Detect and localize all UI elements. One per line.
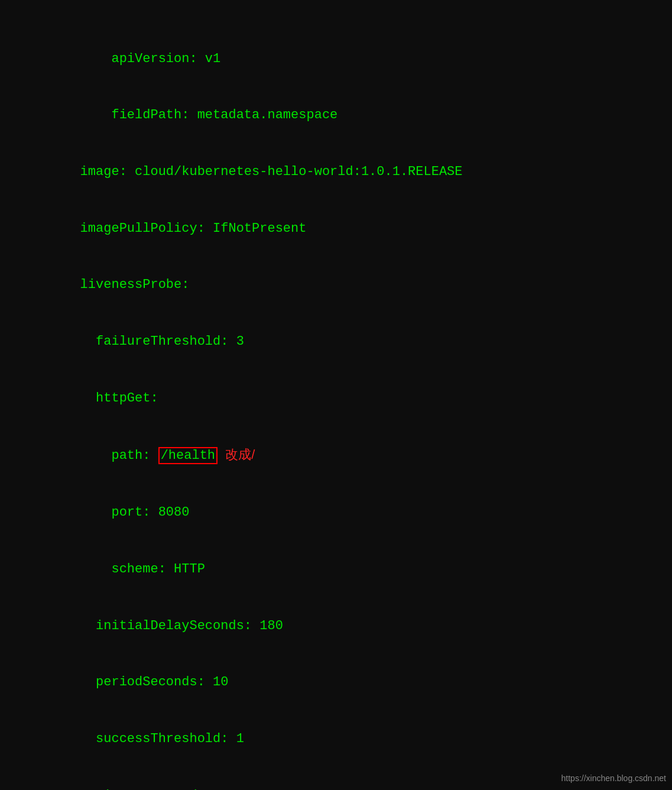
code-content: apiVersion: v1 fieldPath: metadata.names…	[18, 12, 654, 790]
line-2: fieldPath: metadata.namespace	[18, 106, 654, 125]
line-10: scheme: HTTP	[18, 560, 654, 579]
line-13: successThreshold: 1	[18, 730, 654, 749]
line-6: failureThreshold: 3	[18, 332, 654, 351]
line-9: port: 8080	[18, 503, 654, 522]
footer-url: https://xinchen.blog.csdn.net	[561, 772, 666, 784]
line-7: httpGet:	[18, 389, 654, 408]
line-12: periodSeconds: 10	[18, 673, 654, 692]
line-8: path: /health 改成/	[18, 445, 654, 465]
line-3: image: cloud/kubernetes-hello-world:1.0.…	[18, 163, 654, 182]
line-5: livenessProbe:	[18, 276, 654, 294]
health-path-highlight-1: /health	[158, 447, 217, 464]
annotation-1: 改成/	[225, 447, 255, 462]
line-14: timeoutSeconds: 1	[18, 786, 654, 790]
line-11: initialDelaySeconds: 180	[18, 617, 654, 636]
line-4: imagePullPolicy: IfNotPresent	[18, 219, 654, 238]
line-1: apiVersion: v1	[18, 50, 654, 69]
